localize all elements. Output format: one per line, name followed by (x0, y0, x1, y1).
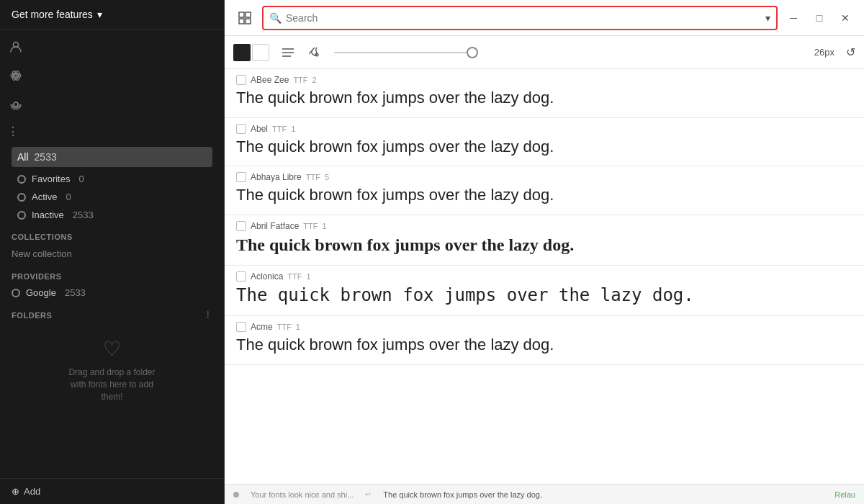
font-format: TTF (287, 272, 302, 281)
collections-header: COLLECTIONS (0, 224, 224, 244)
font-checkbox[interactable] (236, 124, 246, 134)
get-more-features-banner[interactable]: Get more features ▾ (0, 0, 224, 30)
font-meta-row: Acme TTF 1 (236, 322, 852, 332)
provider-google-count: 2533 (65, 287, 86, 298)
font-preview-text: The quick brown fox jumps over the lazy … (236, 88, 852, 109)
font-count: 1 (296, 323, 300, 331)
font-format: TTF (277, 323, 292, 331)
user-icon[interactable] (4, 35, 27, 58)
svg-point-5 (14, 102, 18, 107)
add-icon: ⊕ (12, 486, 19, 497)
new-collection-label: New collection (12, 248, 72, 259)
filter-inactive-count: 2533 (73, 210, 94, 220)
font-checkbox[interactable] (236, 322, 246, 332)
status-message: Your fonts look nice and shi... (251, 490, 354, 499)
status-bar: Your fonts look nice and shi... ↵ The qu… (225, 484, 864, 504)
slider-thumb[interactable] (467, 47, 478, 58)
more-icons-dots[interactable]: ⋮ (4, 122, 220, 141)
heart-icon: ♡ (103, 337, 121, 361)
align-button[interactable] (281, 45, 295, 60)
font-name: ABee Zee (251, 75, 289, 85)
font-name: Abhaya Libre (251, 172, 302, 182)
color-white-button[interactable] (252, 44, 269, 61)
filter-favorites-label: Favorites (32, 174, 70, 184)
provider-google-radio (12, 289, 20, 297)
filter-favorites[interactable]: Favorites 0 (12, 170, 212, 188)
font-name: Abel (251, 124, 268, 134)
filter-favorites-radio (17, 175, 26, 184)
font-list: ABee Zee TTF 2The quick brown fox jumps … (225, 69, 864, 484)
font-name: Aclonica (251, 271, 283, 282)
banner-chevron-icon: ▾ (97, 9, 102, 20)
folders-more-button[interactable]: ⋮ (204, 310, 212, 320)
font-preview-text: The quick brown fox jumps over the lazy … (236, 284, 852, 307)
color-toggle (233, 44, 269, 61)
search-dropdown-button[interactable]: ▾ (765, 12, 770, 24)
font-count: 1 (323, 222, 327, 230)
font-checkbox[interactable] (236, 172, 246, 182)
color-black-button[interactable] (233, 44, 251, 61)
sidebar: Get more features ▾ (0, 0, 225, 504)
minimize-button[interactable]: ─ (783, 8, 804, 28)
size-slider (334, 52, 803, 53)
font-item: Abel TTF 1The quick brown fox jumps over… (225, 118, 864, 167)
filter-favorites-count: 0 (78, 174, 84, 184)
svg-rect-7 (246, 12, 251, 17)
font-item: Acme TTF 1The quick brown fox jumps over… (225, 316, 864, 365)
size-display: 26px (814, 47, 834, 58)
svg-rect-8 (239, 19, 244, 24)
podcast-icon[interactable] (4, 93, 27, 116)
font-preview-text: The quick brown fox jumps over the lazy … (236, 137, 852, 158)
style-button[interactable] (307, 45, 323, 60)
main-area: Get more features ▾ (0, 0, 864, 504)
search-input[interactable] (286, 12, 761, 24)
toolbar-right: ─ □ ✕ (783, 8, 855, 28)
new-collection-button[interactable]: New collection (0, 244, 224, 264)
close-button[interactable]: ✕ (835, 8, 855, 28)
svg-point-1 (14, 74, 17, 77)
font-preview-text: The quick brown fox jumps over the lazy … (236, 185, 852, 206)
status-preview-text: The quick brown fox jumps over the lazy … (383, 490, 823, 499)
font-preview-text: The quick brown fox jumps over the lazy … (236, 335, 852, 356)
font-count: 5 (325, 173, 329, 181)
font-format: TTF (272, 125, 287, 133)
font-meta-row: Abril Fatface TTF 1 (236, 221, 852, 231)
font-count: 1 (291, 125, 295, 133)
filter-all[interactable]: All 2533 (12, 147, 212, 167)
font-checkbox[interactable] (236, 221, 246, 231)
filter-active-count: 0 (66, 192, 71, 202)
font-preview-text: The quick brown fox jumps over the lazy … (236, 234, 852, 256)
filter-active-radio (17, 193, 26, 202)
add-button[interactable]: ⊕ Add (0, 478, 224, 504)
provider-google[interactable]: Google 2533 (0, 284, 224, 302)
toolbar: 🔍 ▾ ─ □ ✕ (225, 0, 864, 36)
add-label: Add (24, 486, 40, 497)
font-meta-row: Aclonica TTF 1 (236, 271, 852, 282)
font-checkbox[interactable] (236, 75, 246, 85)
font-meta-row: ABee Zee TTF 2 (236, 75, 852, 85)
atom-icon[interactable] (4, 64, 27, 87)
font-name: Abril Fatface (251, 221, 299, 231)
font-count: 2 (312, 76, 317, 84)
filter-section: All 2533 Favorites 0 Active 0 Inactive 2… (0, 147, 224, 224)
maximize-button[interactable]: □ (809, 8, 829, 28)
font-item: Abril Fatface TTF 1The quick brown fox j… (225, 215, 864, 266)
reset-button[interactable]: ↺ (846, 45, 855, 59)
search-icon: 🔍 (269, 12, 282, 24)
font-format: TTF (306, 173, 320, 181)
grid-toggle-button[interactable] (233, 6, 256, 30)
toolbar-left (233, 6, 256, 30)
get-more-features-label: Get more features (12, 9, 93, 20)
font-checkbox[interactable] (236, 271, 246, 282)
filter-active[interactable]: Active 0 (12, 188, 212, 206)
font-format: TTF (293, 76, 307, 84)
font-format: TTF (303, 222, 318, 230)
font-item: Aclonica TTF 1The quick brown fox jumps … (225, 266, 864, 316)
svg-rect-9 (246, 19, 251, 24)
folders-section-header: FOLDERS ⋮ (0, 302, 224, 323)
reload-button[interactable]: Relau (834, 490, 855, 499)
filter-all-count: 2533 (35, 151, 57, 163)
filter-inactive[interactable]: Inactive 2533 (12, 206, 212, 224)
font-meta-row: Abhaya Libre TTF 5 (236, 172, 852, 182)
search-box: 🔍 ▾ (262, 6, 778, 30)
